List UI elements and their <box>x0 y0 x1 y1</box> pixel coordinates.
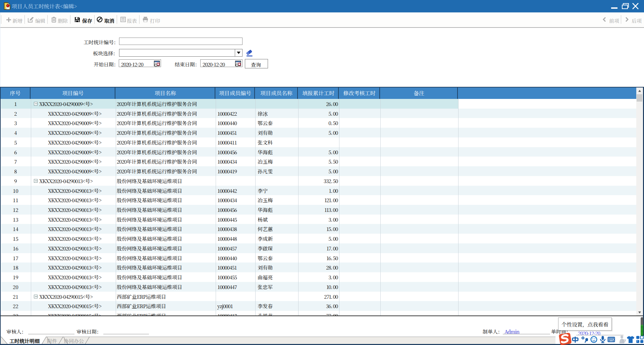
svg-text:27: 27 <box>622 339 626 343</box>
